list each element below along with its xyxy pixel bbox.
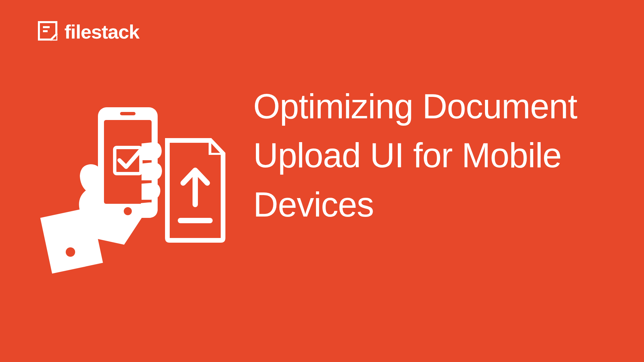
svg-point-8 [124, 207, 132, 215]
upload-document-icon [165, 138, 225, 243]
page-headline: Optimizing Document Upload UI for Mobile… [253, 82, 617, 229]
svg-rect-7 [120, 112, 136, 115]
filestack-logo-icon [37, 20, 58, 43]
svg-rect-2 [43, 30, 48, 32]
fingers-icon [141, 142, 162, 218]
brand-name: filestack [64, 20, 139, 43]
phone-icon [98, 107, 158, 218]
hero-illustration [40, 104, 228, 278]
svg-point-4 [66, 247, 75, 257]
brand-logo: filestack [37, 20, 139, 43]
svg-rect-1 [43, 26, 50, 28]
